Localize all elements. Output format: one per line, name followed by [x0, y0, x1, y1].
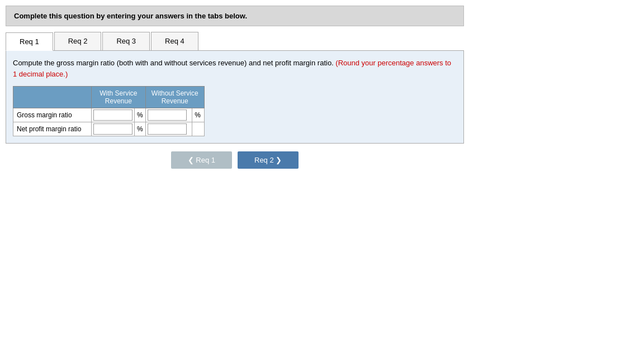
nav-buttons: ❮ Req 1 Req 2 ❯	[6, 151, 464, 169]
row1-input1[interactable]	[93, 109, 132, 121]
col2-header: Without ServiceRevenue	[145, 87, 204, 108]
instruction-bar: Complete this question by entering your …	[6, 6, 464, 26]
question-main: Compute the gross margin ratio (both wit…	[13, 59, 334, 67]
prev-label: Req 1	[196, 156, 215, 164]
row1-input1-cell	[92, 108, 135, 122]
main-container: Complete this question by entering your …	[6, 6, 464, 169]
data-table: With ServiceRevenue Without ServiceReven…	[13, 86, 205, 136]
row2-input2[interactable]	[148, 123, 187, 135]
table-row: Net profit margin ratio %	[13, 122, 205, 136]
next-arrow: ❯	[276, 156, 282, 164]
next-button[interactable]: Req 2 ❯	[238, 151, 299, 169]
tab-req3[interactable]: Req 3	[102, 32, 150, 50]
row2-input2-cell	[145, 122, 192, 136]
question-text: Compute the gross margin ratio (both wit…	[13, 58, 457, 79]
row1-percent1: %	[135, 108, 146, 122]
row2-input1-cell	[92, 122, 135, 136]
empty-header	[13, 87, 92, 108]
tabs-container: Req 1 Req 2 Req 3 Req 4	[6, 32, 464, 51]
row1-label: Gross margin ratio	[13, 108, 92, 122]
table-row: Gross margin ratio % %	[13, 108, 205, 122]
instruction-text: Complete this question by entering your …	[14, 12, 247, 20]
row2-label: Net profit margin ratio	[13, 122, 92, 136]
row1-input2-cell	[145, 108, 192, 122]
prev-button[interactable]: ❮ Req 1	[171, 151, 232, 169]
row1-input2[interactable]	[148, 109, 187, 121]
tab-req1[interactable]: Req 1	[6, 32, 53, 51]
tab-req2[interactable]: Req 2	[54, 32, 102, 50]
row2-percent2	[192, 122, 204, 136]
row2-input1[interactable]	[93, 123, 132, 135]
row1-percent2: %	[192, 108, 204, 122]
content-area: Compute the gross margin ratio (both wit…	[6, 51, 464, 144]
row2-percent1: %	[135, 122, 146, 136]
tab-req4[interactable]: Req 4	[151, 32, 198, 50]
col1-header: With ServiceRevenue	[92, 87, 146, 108]
next-label: Req 2	[254, 156, 276, 164]
prev-arrow: ❮	[188, 156, 194, 164]
